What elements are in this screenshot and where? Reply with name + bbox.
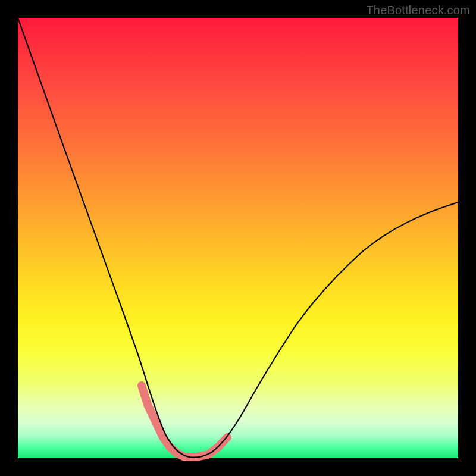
watermark-text: TheBottleneck.com — [366, 4, 470, 17]
chart-svg — [18, 18, 458, 458]
chart-curve — [18, 18, 458, 458]
chart-data-point-markers — [142, 386, 227, 457]
chart-plot-area — [18, 18, 458, 458]
